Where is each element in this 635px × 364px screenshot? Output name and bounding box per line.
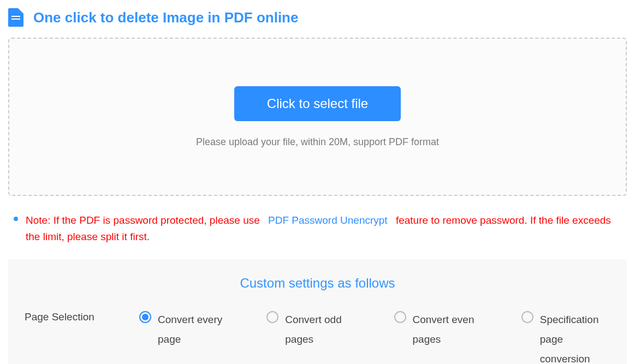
radio-convert-even-pages[interactable]: Convert even pages xyxy=(394,310,483,364)
document-icon xyxy=(8,8,23,27)
page-selection-label: Page Selection xyxy=(25,310,139,323)
pdf-password-unencrypt-link[interactable]: PDF Password Unencrypt xyxy=(268,214,388,226)
page-header: One click to delete Image in PDF online xyxy=(8,8,627,27)
page-title: One click to delete Image in PDF online xyxy=(33,9,298,26)
file-dropzone[interactable]: Click to select file Please upload your … xyxy=(8,38,627,196)
radio-convert-odd-pages[interactable]: Convert odd pages xyxy=(266,310,355,364)
radio-specification-page-conversion[interactable]: Specification page conversion xyxy=(521,310,610,364)
page-selection-radio-group: Convert every page Convert odd pages Con… xyxy=(139,310,610,364)
radio-label: Specification page conversion xyxy=(540,310,610,364)
radio-icon xyxy=(394,311,406,323)
note-row: Note: If the PDF is password protected, … xyxy=(8,212,627,246)
page-selection-row: Page Selection Convert every page Conver… xyxy=(25,310,610,364)
note-text: Note: If the PDF is password protected, … xyxy=(26,212,621,246)
radio-icon xyxy=(139,311,151,323)
select-file-button[interactable]: Click to select file xyxy=(234,86,401,121)
radio-label: Convert odd pages xyxy=(285,310,355,349)
settings-panel: Custom settings as follows Page Selectio… xyxy=(8,259,627,364)
radio-convert-every-page[interactable]: Convert every page xyxy=(139,310,228,364)
upload-hint: Please upload your file, within 20M, sup… xyxy=(196,136,439,148)
radio-label: Convert even pages xyxy=(413,310,483,349)
settings-title: Custom settings as follows xyxy=(25,276,610,291)
radio-icon xyxy=(266,311,278,323)
radio-label: Convert every page xyxy=(158,310,228,349)
bullet-icon xyxy=(14,217,18,221)
note-prefix: Note: If the PDF is password protected, … xyxy=(26,214,260,226)
radio-icon xyxy=(521,311,533,323)
